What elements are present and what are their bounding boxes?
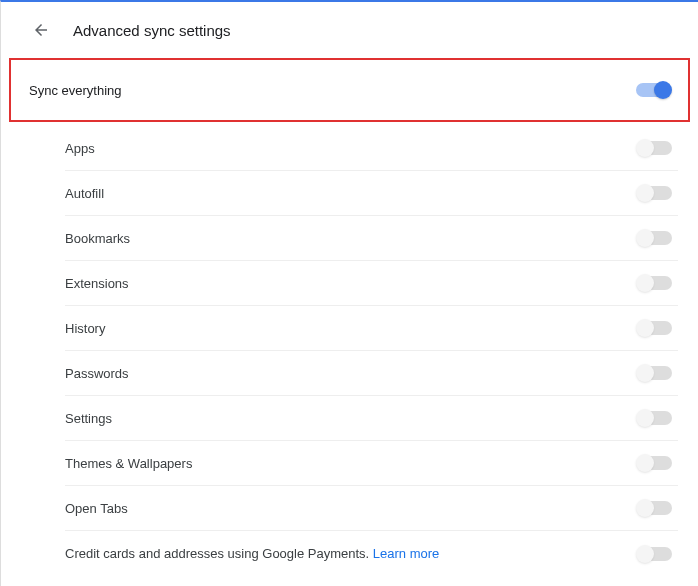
sync-item-label: Apps: [65, 141, 95, 156]
sync-everything-toggle[interactable]: [636, 83, 670, 97]
sync-item-label: Extensions: [65, 276, 129, 291]
sync-item-themes-wallpapers: Themes & Wallpapers: [65, 441, 678, 486]
sync-item-toggle-passwords: [638, 366, 672, 380]
settings-page: Advanced sync settings Sync everything A…: [0, 0, 698, 586]
sync-item-toggle-open-tabs: [638, 501, 672, 515]
sync-item-settings: Settings: [65, 396, 678, 441]
sync-item-history: History: [65, 306, 678, 351]
sync-item-label: Credit cards and addresses using Google …: [65, 546, 439, 561]
page-title: Advanced sync settings: [73, 22, 231, 39]
sync-item-label: Autofill: [65, 186, 104, 201]
sync-item-open-tabs: Open Tabs: [65, 486, 678, 531]
sync-item-bookmarks: Bookmarks: [65, 216, 678, 261]
sync-item-label: Passwords: [65, 366, 129, 381]
sync-item-autofill: Autofill: [65, 171, 678, 216]
credit-label-text: Credit cards and addresses using Google …: [65, 546, 373, 561]
page-header: Advanced sync settings: [1, 2, 698, 58]
sync-everything-row: Sync everything: [29, 68, 676, 112]
learn-more-link[interactable]: Learn more: [373, 546, 439, 561]
sync-item-toggle-history: [638, 321, 672, 335]
sync-item-label: Open Tabs: [65, 501, 128, 516]
sync-item-label: Settings: [65, 411, 112, 426]
sync-item-toggle-autofill: [638, 186, 672, 200]
back-arrow-icon[interactable]: [31, 20, 51, 40]
sync-item-credit-cards: Credit cards and addresses using Google …: [65, 531, 678, 576]
highlight-box: Sync everything: [9, 58, 690, 122]
sync-item-toggle-bookmarks: [638, 231, 672, 245]
sync-item-label: Themes & Wallpapers: [65, 456, 192, 471]
sync-item-toggle-credit-cards: [638, 547, 672, 561]
sync-item-extensions: Extensions: [65, 261, 678, 306]
sync-item-toggle-themes-wallpapers: [638, 456, 672, 470]
sync-item-toggle-extensions: [638, 276, 672, 290]
sync-item-passwords: Passwords: [65, 351, 678, 396]
sync-item-label: History: [65, 321, 105, 336]
sync-item-apps: Apps: [65, 126, 678, 171]
sync-item-toggle-apps: [638, 141, 672, 155]
sync-item-toggle-settings: [638, 411, 672, 425]
sync-items-list: AppsAutofillBookmarksExtensionsHistoryPa…: [1, 122, 698, 576]
sync-item-label: Bookmarks: [65, 231, 130, 246]
sync-everything-label: Sync everything: [29, 83, 122, 98]
